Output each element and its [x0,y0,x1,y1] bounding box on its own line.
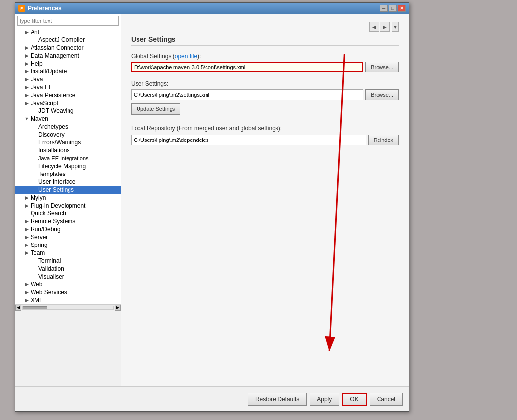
tree-arrow [31,171,38,177]
nav-dropdown-button[interactable]: ▼ [392,22,399,32]
tree-arrow: ▶ [23,226,30,233]
tree-arrow: ▶ [23,29,30,35]
tree-item-installations[interactable]: Installations [15,146,121,154]
tree-item-java[interactable]: ▶ Java [15,75,121,83]
tree-label: Remote Systems [30,218,75,225]
tree-arrow: ▶ [23,249,30,256]
tree-item-javascript[interactable]: ▶ JavaScript [15,99,121,107]
maximize-button[interactable]: □ [389,5,397,12]
sidebar-hscroll[interactable]: ◀ ▶ [15,304,121,310]
section-title: User Settings [131,35,399,46]
tree-item-web-services[interactable]: ▶ Web Services [15,288,121,296]
tree-item-remote-systems[interactable]: ▶ Remote Systems [15,217,121,225]
tree-item-errors-warnings[interactable]: Errors/Warnings [15,139,121,146]
tree-item-xml[interactable]: ▶ XML [15,296,121,304]
hscroll-right[interactable]: ▶ [115,305,121,311]
tree-item-user-settings[interactable]: User Settings [15,186,121,194]
tree-arrow: ▶ [23,202,30,209]
tree-arrow [31,123,38,130]
user-settings-group: User Settings: Browse... Update Settings [131,80,399,115]
tree-item-discovery[interactable]: Discovery [15,131,121,139]
tree-label: Web Services [30,289,67,296]
tree-arrow [31,139,38,146]
tree-item-validation[interactable]: Validation [15,265,121,273]
tree-item-web[interactable]: ▶ Web [15,280,121,288]
browse-global-button[interactable]: Browse... [365,62,399,72]
tree-item-lifecycle[interactable]: Lifecycle Mapping [15,162,121,170]
tree-label: Installations [38,147,69,154]
tree-item-help[interactable]: ▶ Help [15,60,121,68]
tree-item-maven[interactable]: ▼ Maven [15,115,121,123]
tree-item-mylyn[interactable]: ▶ Mylyn [15,194,121,202]
tree-item-atlassian[interactable]: ▶ Atlassian Connector [15,44,121,52]
tree-label: Maven [30,115,48,122]
tree-arrow: ▶ [23,68,30,75]
window-controls: ─ □ ✕ [380,5,406,12]
apply-button[interactable]: Apply [310,393,339,406]
tree-item-ant[interactable]: ▶ Ant [15,28,121,36]
tree-item-team[interactable]: ▶ Team [15,249,121,257]
tree-item-terminal[interactable]: Terminal [15,257,121,265]
tree-item-archetypes[interactable]: Archetypes [15,123,121,131]
close-button[interactable]: ✕ [398,5,406,12]
tree-item-server[interactable]: ▶ Server [15,233,121,241]
open-file-link[interactable]: open file [175,53,197,60]
tree-item-templates[interactable]: Templates [15,170,121,178]
back-button[interactable]: ◀ [369,22,379,32]
dialog-bottom: Restore Defaults Apply OK Cancel [15,386,409,411]
restore-defaults-button[interactable]: Restore Defaults [248,393,307,406]
tree-scroll-area: ▶ Ant AspectJ Compiler ▶ Atlassian Conne… [15,28,121,304]
hscroll-thumb[interactable] [23,306,47,309]
tree-arrow: ▶ [23,242,30,248]
tree-label: Plug-in Development [30,202,85,209]
tree-label: Validation [38,265,64,272]
tree-item-run-debug[interactable]: ▶ Run/Debug [15,225,121,233]
tree-item-jdt-weaving[interactable]: JDT Weaving [15,107,121,115]
tree-label: Run/Debug [30,226,61,233]
tree-label: Lifecycle Mapping [38,163,86,170]
global-settings-input[interactable] [131,62,363,72]
local-repo-label: Local Repository (From merged user and g… [131,125,399,132]
cancel-button[interactable]: Cancel [370,393,403,406]
tree-label: Templates [38,171,66,177]
browse-user-button[interactable]: Browse... [365,89,399,100]
user-settings-input[interactable] [131,89,363,100]
tree-arrow: ▶ [23,281,30,288]
hscroll-left[interactable]: ◀ [15,305,21,311]
hscroll-track [22,306,114,310]
tree-label: JavaScript [30,100,58,106]
tree-item-spring[interactable]: ▶ Spring [15,241,121,249]
minimize-button[interactable]: ─ [380,5,388,12]
tree-item-javaee[interactable]: ▶ Java EE [15,83,121,91]
tree-label: Team [30,249,45,256]
tree-item-aspectj[interactable]: AspectJ Compiler [15,36,121,44]
tree-label: Data Management [30,52,79,59]
reindex-button[interactable]: Reindex [368,135,399,145]
tree-item-install[interactable]: ▶ Install/Update [15,68,121,75]
tree-arrow: ▶ [23,52,30,59]
tree-item-visualiser[interactable]: Visualiser [15,273,121,280]
ok-button[interactable]: OK [342,393,366,406]
tree-label: Web [30,281,42,288]
tree-arrow: ▶ [23,76,30,83]
tree-item-data-mgmt[interactable]: ▶ Data Management [15,52,121,60]
dialog-content: ▶ Ant AspectJ Compiler ▶ Atlassian Conne… [15,14,409,386]
tree-arrow: ▶ [23,44,30,51]
tree-item-java-persistence[interactable]: ▶ Java Persistence [15,91,121,99]
tree-label: Terminal [38,257,61,264]
tree-arrow: ▶ [23,60,30,67]
tree-label: Archetypes [38,123,68,130]
tree-label: Help [30,60,43,67]
tree-item-user-interface[interactable]: User Interface [15,178,121,186]
tree-item-quick-search[interactable]: Quick Search [15,210,121,217]
local-repo-input[interactable] [131,135,366,145]
tree-arrow [31,265,38,272]
user-settings-input-row: Browse... [131,89,399,100]
tree-item-javaee-integration[interactable]: Java EE Integrations [15,154,121,162]
update-settings-button[interactable]: Update Settings [131,103,180,115]
filter-input[interactable] [17,16,119,26]
preferences-dialog: P Preferences ─ □ ✕ ▶ Ant [15,2,409,412]
tree-arrow: ▶ [23,297,30,304]
forward-button[interactable]: ▶ [380,22,390,32]
tree-item-plugin-dev[interactable]: ▶ Plug-in Development [15,202,121,210]
